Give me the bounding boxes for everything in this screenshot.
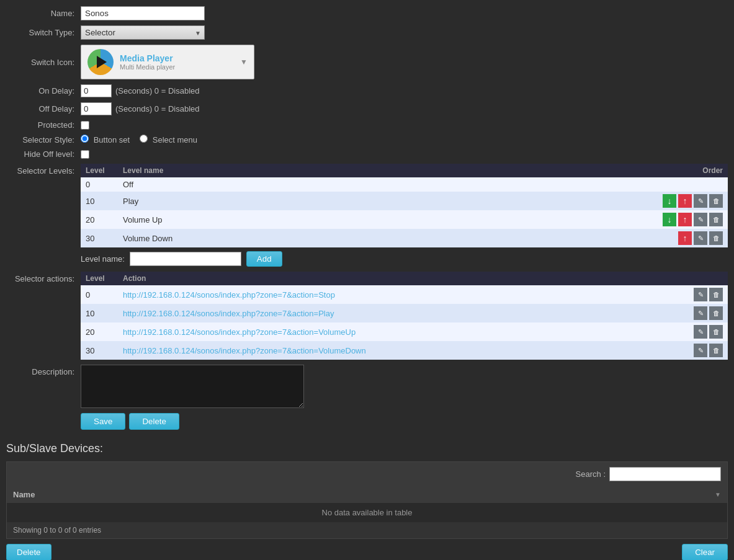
action-buttons-cell: ✎🗑	[653, 304, 728, 322]
switch-icon-label: Switch Icon:	[6, 58, 81, 67]
action-col-header: Action	[118, 272, 653, 285]
level-name-cell: Volume Up	[118, 210, 653, 229]
description-textarea[interactable]	[81, 365, 304, 408]
edit-action-button[interactable]: ✎	[694, 344, 707, 357]
level-name-cell: Off	[118, 177, 653, 192]
action-row: 10http://192.168.0.124/sonos/index.php?z…	[81, 304, 728, 322]
level-cell: 0	[81, 177, 118, 192]
selector-actions-content: Level Action 0http://192.168.0.124/sonos…	[81, 272, 728, 360]
search-input[interactable]	[609, 467, 721, 481]
protected-checkbox[interactable]	[81, 121, 89, 130]
switch-type-select[interactable]: Selector	[81, 25, 205, 40]
action-url-cell: http://192.168.0.124/sonos/index.php?zon…	[118, 304, 653, 322]
selector-levels-content: Level Level name Order 0Off10Play↓↑✎🗑20V…	[81, 164, 728, 267]
hide-off-label: Hide Off level:	[6, 149, 81, 159]
subslave-title: Sub/Slave Devices:	[6, 442, 728, 455]
level-col-header: Level	[81, 164, 118, 177]
description-row: Description:	[6, 365, 728, 408]
action-buttons-cell: ✎🗑	[653, 285, 728, 304]
off-delay-hint: (Seconds) 0 = Disabled	[115, 104, 200, 113]
level-name-col-header: Level name	[118, 164, 653, 177]
save-button[interactable]: Save	[81, 413, 125, 430]
delete-action-button[interactable]: 🗑	[709, 288, 723, 301]
level-order-cell: ↑✎🗑	[653, 229, 728, 247]
level-name-input[interactable]	[130, 252, 241, 266]
level-row: 30Volume Down↑✎🗑	[81, 229, 728, 247]
subslave-table-wrapper: Search : Name ▼ No data available in tab…	[6, 461, 728, 539]
move-up-button[interactable]: ↑	[678, 194, 692, 208]
action-level-cell: 10	[81, 304, 118, 322]
protected-row: Protected:	[6, 120, 728, 130]
level-name-add-row: Level name: Add	[81, 251, 728, 267]
edit-level-button[interactable]: ✎	[694, 213, 707, 226]
button-set-radio[interactable]	[81, 135, 89, 143]
off-delay-row: Off Delay: (Seconds) 0 = Disabled	[6, 102, 728, 115]
on-delay-hint: (Seconds) 0 = Disabled	[115, 86, 200, 96]
description-label: Description:	[6, 365, 81, 376]
name-col-header: Name ▼	[7, 486, 727, 503]
select-menu-radio[interactable]	[140, 135, 148, 143]
delete-action-button[interactable]: 🗑	[709, 344, 723, 357]
delete-level-button[interactable]: 🗑	[709, 231, 723, 245]
media-icon-text: Media Player Multi Media player	[120, 53, 175, 71]
select-menu-radio-label: Select menu	[140, 135, 197, 144]
level-cell: 20	[81, 210, 118, 229]
selector-actions-label: Selector actions:	[6, 272, 81, 283]
action-row: 30http://192.168.0.124/sonos/index.php?z…	[81, 341, 728, 360]
level-row: 0Off	[81, 177, 728, 192]
entries-info: Showing 0 to 0 of 0 entries	[7, 522, 727, 538]
edit-action-button[interactable]: ✎	[694, 325, 707, 339]
order-col-header: Order	[653, 164, 728, 177]
search-label: Search :	[576, 469, 606, 479]
subslave-delete-button[interactable]: Delete	[6, 544, 51, 560]
hide-off-checkbox[interactable]	[81, 150, 89, 159]
no-data-row: No data available in table	[7, 503, 727, 522]
edit-action-button[interactable]: ✎	[694, 306, 707, 320]
protected-label: Protected:	[6, 120, 81, 130]
delete-action-button[interactable]: 🗑	[709, 306, 723, 320]
action-row: 0http://192.168.0.124/sonos/index.php?zo…	[81, 285, 728, 304]
edit-level-button[interactable]: ✎	[694, 194, 707, 208]
action-url-cell: http://192.168.0.124/sonos/index.php?zon…	[118, 341, 653, 360]
selector-style-label: Selector Style:	[6, 135, 81, 144]
play-triangle-icon	[97, 56, 107, 68]
delete-action-button[interactable]: 🗑	[709, 325, 723, 339]
action-url-cell: http://192.168.0.124/sonos/index.php?zon…	[118, 322, 653, 341]
media-icon-title: Media Player	[120, 53, 175, 63]
switch-type-select-wrapper: Selector	[81, 25, 205, 40]
level-name-cell: Volume Down	[118, 229, 653, 247]
move-up-button[interactable]: ↑	[678, 213, 692, 226]
on-delay-input[interactable]	[81, 84, 112, 97]
delete-level-button[interactable]: 🗑	[709, 194, 723, 208]
save-delete-row: Save Delete	[6, 413, 728, 430]
level-order-cell	[653, 177, 728, 192]
icon-picker[interactable]: Media Player Multi Media player ▼	[81, 45, 254, 79]
add-level-button[interactable]: Add	[246, 251, 282, 267]
edit-action-button[interactable]: ✎	[694, 288, 707, 301]
selector-actions-row: Selector actions: Level Action 0http://1…	[6, 272, 728, 360]
icon-picker-inner: Media Player Multi Media player	[87, 49, 175, 75]
media-player-icon	[87, 49, 114, 75]
move-up-button[interactable]: ↑	[678, 231, 692, 245]
hide-off-row: Hide Off level:	[6, 149, 728, 159]
off-delay-input[interactable]	[81, 102, 112, 115]
name-input[interactable]	[81, 6, 205, 20]
selector-levels-row: Selector Levels: Level Level name Order …	[6, 164, 728, 267]
bottom-actions: Delete Clear	[6, 539, 728, 560]
delete-button[interactable]: Delete	[129, 413, 179, 430]
name-label: Name:	[6, 9, 81, 18]
no-data-cell: No data available in table	[7, 503, 727, 522]
clear-button[interactable]: Clear	[682, 544, 728, 560]
edit-level-button[interactable]: ✎	[694, 231, 707, 245]
move-down-button[interactable]: ↓	[663, 194, 676, 208]
switch-icon-row: Switch Icon: Media Player Multi Media pl…	[6, 45, 728, 79]
level-name-cell: Play	[118, 192, 653, 210]
action-level-cell: 20	[81, 322, 118, 341]
action-level-cell: 0	[81, 285, 118, 304]
action-buttons-cell: ✎🗑	[653, 341, 728, 360]
level-order-cell: ↓↑✎🗑	[653, 192, 728, 210]
action-level-cell: 30	[81, 341, 118, 360]
action-buttons-cell: ✎🗑	[653, 322, 728, 341]
delete-level-button[interactable]: 🗑	[709, 213, 723, 226]
move-down-button[interactable]: ↓	[663, 213, 676, 226]
